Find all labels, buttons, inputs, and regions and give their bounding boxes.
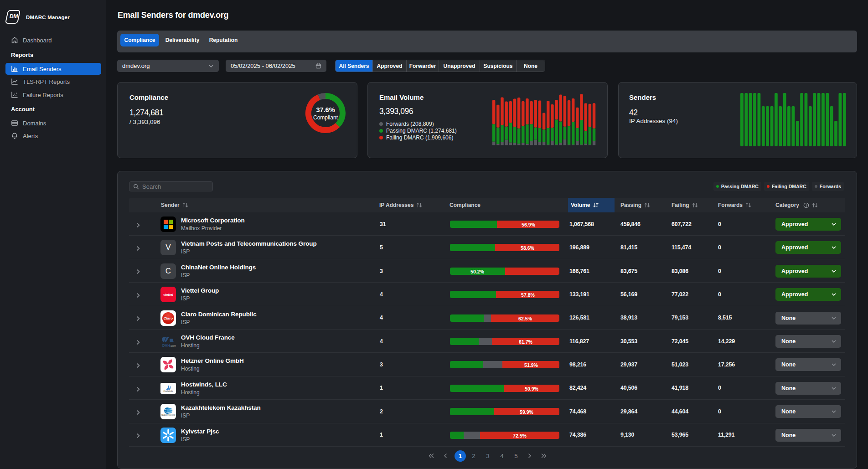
svg-text:.com: .com	[170, 344, 176, 347]
svg-text:OVH: OVH	[162, 343, 170, 348]
